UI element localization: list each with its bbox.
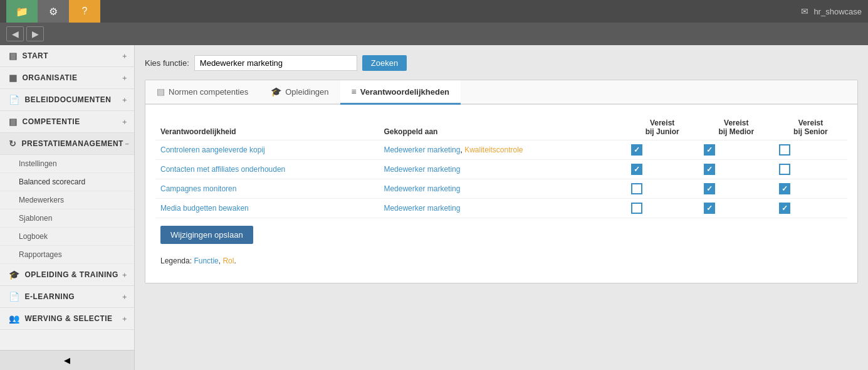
sidebar-item-label-prestatiemanagement: PRESTATIEMANAGEMENT xyxy=(22,139,123,148)
tab-label-verantwoordelijkheden: Verantwoordelijkheden xyxy=(360,87,449,97)
functie-input[interactable] xyxy=(194,55,357,71)
subitem-label-rapportages: Rapportages xyxy=(19,250,62,259)
verantwoordelijkheid-link[interactable]: Media budgetten bewaken xyxy=(160,204,249,213)
checkbox-medior[interactable] xyxy=(704,144,715,156)
sidebar-item-prestatiemanagement[interactable]: ↻ PRESTATIEMANAGEMENT － xyxy=(0,133,134,155)
checkbox-junior[interactable] xyxy=(631,203,642,214)
cell-medior xyxy=(699,160,774,179)
elearning-icon: 📄 xyxy=(9,292,20,302)
folder-icon[interactable]: 📁 xyxy=(6,0,38,23)
verantwoordelijkheid-link[interactable]: Campagnes monitoren xyxy=(160,184,236,193)
content-area: Kies functie: Zoeken ▤ Normen competenti… xyxy=(135,45,868,370)
opleiding-icon: 🎓 xyxy=(9,270,20,280)
checkbox-junior[interactable] xyxy=(631,164,642,175)
expand-icon-prestatiemanagement: － xyxy=(123,139,131,149)
cell-medior xyxy=(699,199,774,218)
nav-bar: ◀ ▶ xyxy=(0,23,868,45)
sidebar-item-werving-selectie[interactable]: 👥 WERVING & SELECTIE ＋ xyxy=(0,308,134,330)
organisatie-icon: ▦ xyxy=(9,73,18,83)
functie-label: Kies functie: xyxy=(145,58,189,68)
werving-icon: 👥 xyxy=(9,314,20,324)
sidebar-item-organisatie[interactable]: ▦ ORGANISATIE ＋ xyxy=(0,67,134,89)
cell-verantwoordelijkheid: Media budgetten bewaken xyxy=(155,199,379,218)
tabs: ▤ Normen competenties 🎓 Opleidingen ≡ Ve… xyxy=(145,80,857,105)
zoeken-button[interactable]: Zoeken xyxy=(362,55,407,71)
main-layout: ▤ START ＋ ▦ ORGANISATIE ＋ 📄 BELEIDDOCUME… xyxy=(0,45,868,370)
functie-link[interactable]: Medewerker marketing xyxy=(384,145,460,154)
tab-label-opleidingen: Opleidingen xyxy=(285,87,328,97)
functie-link[interactable]: Medewerker marketing xyxy=(384,204,460,213)
checkbox-junior[interactable] xyxy=(631,183,642,194)
cell-verantwoordelijkheid: Campagnes monitoren xyxy=(155,179,379,199)
cell-gekoppeld-aan: Medewerker marketing, Kwaliteitscontrole xyxy=(379,140,625,160)
tab-opleidingen[interactable]: 🎓 Opleidingen xyxy=(259,80,340,105)
sidebar-item-label-opleiding: OPLEIDING & TRAINING xyxy=(25,270,118,279)
gear-icon[interactable]: ⚙ xyxy=(38,0,69,23)
table-header-row: Verantwoordelijkheid Gekoppeld aan Verei… xyxy=(155,115,847,140)
sidebar-item-competentie[interactable]: ▤ COMPETENTIE ＋ xyxy=(0,111,134,133)
legend-functie[interactable]: Functie xyxy=(194,256,218,265)
functie-link[interactable]: Medewerker marketing xyxy=(384,184,460,193)
checkbox-medior[interactable] xyxy=(704,183,715,194)
sidebar-item-label-start: START xyxy=(23,51,49,60)
cell-verantwoordelijkheid: Controleren aangeleverde kopij xyxy=(155,140,379,160)
cell-gekoppeld-aan: Medewerker marketing xyxy=(379,160,625,179)
legend-rol[interactable]: Rol xyxy=(222,256,234,265)
verantwoordelijkheid-link[interactable]: Contacten met affiliates onderhouden xyxy=(160,165,285,174)
cell-junior xyxy=(626,160,699,179)
sidebar-subitem-balanced-scorecard[interactable]: Balanced scorecard xyxy=(0,173,134,191)
cell-senior xyxy=(774,199,847,218)
collapse-icon: ◀ xyxy=(64,356,70,365)
col-verantwoordelijkheid: Verantwoordelijkheid xyxy=(155,115,379,140)
checkbox-medior[interactable] xyxy=(704,164,715,175)
sidebar-subitem-medewerkers[interactable]: Medewerkers xyxy=(0,191,134,209)
checkbox-junior[interactable] xyxy=(631,144,642,156)
start-icon: ▤ xyxy=(9,51,18,61)
sidebar-subitem-instellingen[interactable]: Instellingen xyxy=(0,155,134,173)
save-button[interactable]: Wijzigingen opslaan xyxy=(160,226,253,244)
sidebar-item-label-beleiddocumenten: BELEIDDOCUMENTEN xyxy=(25,95,112,104)
prestatiemanagement-icon: ↻ xyxy=(9,139,17,149)
question-icon[interactable]: ? xyxy=(69,0,100,23)
competentie-icon: ▤ xyxy=(9,117,18,127)
expand-icon-opleiding: ＋ xyxy=(121,270,128,280)
checkbox-senior[interactable] xyxy=(779,164,790,175)
checkbox-senior[interactable] xyxy=(779,183,790,194)
top-bar-left: 📁 ⚙ ? xyxy=(6,0,100,23)
tab-verantwoordelijkheden[interactable]: ≡ Verantwoordelijkheden xyxy=(340,80,461,105)
subitem-label-sjablonen: Sjablonen xyxy=(19,214,52,223)
sidebar: ▤ START ＋ ▦ ORGANISATIE ＋ 📄 BELEIDDOCUME… xyxy=(0,45,135,370)
tab-normen-competenties[interactable]: ▤ Normen competenties xyxy=(145,80,259,105)
cell-junior xyxy=(626,179,699,199)
sidebar-item-e-learning[interactable]: 📄 E-LEARNING ＋ xyxy=(0,286,134,308)
sidebar-collapse-button[interactable]: ◀ xyxy=(0,350,134,370)
table-row: Controleren aangeleverde kopijMedewerker… xyxy=(155,140,847,160)
table-row: Media budgetten bewakenMedewerker market… xyxy=(155,199,847,218)
functie-link[interactable]: Medewerker marketing xyxy=(384,165,460,174)
expand-icon-elearning: ＋ xyxy=(121,292,128,302)
verantwoordelijkheid-link[interactable]: Controleren aangeleverde kopij xyxy=(160,145,265,154)
cell-senior xyxy=(774,160,847,179)
table-container: Verantwoordelijkheid Gekoppeld aan Verei… xyxy=(145,105,857,283)
subitem-label-medewerkers: Medewerkers xyxy=(19,196,64,204)
sidebar-subitem-logboek[interactable]: Logboek xyxy=(0,228,134,246)
expand-icon-werving: ＋ xyxy=(121,314,128,324)
beleiddocumenten-icon: 📄 xyxy=(9,95,20,105)
col-vereist-medior: Vereistbij Medior xyxy=(699,115,774,140)
checkbox-senior[interactable] xyxy=(779,203,790,214)
subitem-label-instellingen: Instellingen xyxy=(19,159,57,168)
sidebar-subitem-rapportages[interactable]: Rapportages xyxy=(0,246,134,264)
checkbox-medior[interactable] xyxy=(704,203,715,214)
sidebar-item-label-competentie: COMPETENTIE xyxy=(23,117,80,126)
expand-icon-beleiddocumenten: ＋ xyxy=(121,95,128,105)
sidebar-item-start[interactable]: ▤ START ＋ xyxy=(0,45,134,67)
col-gekoppeld-aan: Gekoppeld aan xyxy=(379,115,625,140)
forward-button[interactable]: ▶ xyxy=(26,26,44,41)
sidebar-item-opleiding-training[interactable]: 🎓 OPLEIDING & TRAINING ＋ xyxy=(0,264,134,286)
col-vereist-senior: Vereistbij Senior xyxy=(774,115,847,140)
back-button[interactable]: ◀ xyxy=(6,26,24,41)
sidebar-item-beleiddocumenten[interactable]: 📄 BELEIDDOCUMENTEN ＋ xyxy=(0,89,134,111)
checkbox-senior[interactable] xyxy=(779,144,790,156)
sidebar-subitem-sjablonen[interactable]: Sjablonen xyxy=(0,209,134,228)
rol-link[interactable]: Kwaliteitscontrole xyxy=(464,145,523,154)
